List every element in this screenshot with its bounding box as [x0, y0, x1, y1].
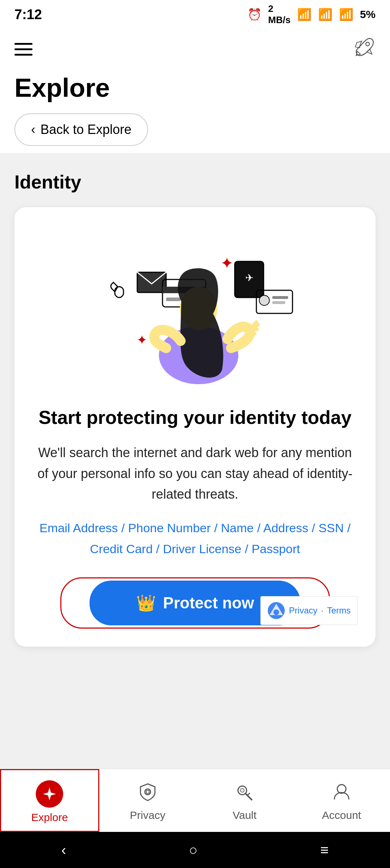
app-header — [0, 29, 390, 69]
svg-point-8 — [259, 295, 269, 305]
privacy-nav-icon — [138, 782, 157, 806]
identity-card: ✈ ✦ ✦ — [14, 207, 376, 647]
svg-point-16 — [273, 609, 279, 615]
recents-system-button[interactable]: ≡ — [320, 842, 329, 858]
hamburger-line-3 — [14, 54, 32, 56]
card-heading: Start protecting your identity today — [32, 406, 358, 429]
svg-rect-9 — [272, 296, 288, 299]
svg-point-0 — [366, 42, 369, 46]
bottom-navigation: Explore Privacy Vault — [0, 769, 390, 832]
account-nav-icon — [332, 782, 351, 806]
explore-nav-icon — [36, 780, 63, 808]
svg-point-20 — [238, 786, 247, 795]
recaptcha-badge: Privacy · Terms — [260, 596, 358, 625]
nav-item-account[interactable]: Account — [293, 769, 390, 832]
signal-icon2: 📶 — [339, 8, 354, 21]
back-chevron-icon: ‹ — [31, 122, 35, 137]
page-title-section: Explore — [0, 69, 390, 110]
recaptcha-privacy-link[interactable]: Privacy — [289, 606, 317, 616]
page-title: Explore — [14, 73, 376, 103]
svg-text:✈: ✈ — [245, 272, 254, 283]
back-to-explore-button[interactable]: ‹ Back to Explore — [14, 113, 148, 146]
nav-item-explore[interactable]: Explore — [0, 769, 99, 832]
home-system-button[interactable]: ○ — [189, 842, 198, 858]
crown-icon: 👑 — [136, 594, 156, 612]
protect-now-label: Protect now — [163, 594, 254, 612]
explore-nav-label: Explore — [31, 811, 68, 824]
status-time: 7:12 — [14, 7, 42, 22]
privacy-nav-label: Privacy — [130, 809, 165, 821]
vault-nav-icon — [235, 782, 254, 806]
hamburger-menu[interactable] — [14, 43, 32, 56]
svg-point-22 — [337, 785, 346, 793]
recaptcha-icon — [267, 602, 285, 620]
identity-illustration: ✈ ✦ ✦ — [32, 229, 358, 388]
vault-nav-label: Vault — [233, 809, 256, 821]
illustration-svg: ✈ ✦ ✦ — [90, 233, 300, 384]
hamburger-line-1 — [14, 43, 32, 45]
data-speed: 2MB/s — [268, 3, 291, 26]
nav-item-vault[interactable]: Vault — [196, 769, 293, 832]
recaptcha-terms-link[interactable]: Terms — [327, 606, 351, 616]
nav-item-privacy[interactable]: Privacy — [99, 769, 196, 832]
card-tags: Email Address / Phone Number / Name / Ad… — [32, 518, 358, 560]
svg-point-18 — [145, 789, 151, 795]
content-area: Identity — [0, 153, 390, 839]
card-description: We'll search the internet and dark web f… — [32, 442, 358, 505]
svg-point-21 — [240, 789, 244, 792]
recaptcha-dash: · — [321, 606, 324, 616]
protect-button-section: 👑 Protect now Privacy · Terms — [32, 577, 358, 629]
back-button-wrap: ‹ Back to Explore — [0, 110, 390, 153]
account-nav-label: Account — [322, 809, 361, 821]
system-navigation-bar: ‹ ○ ≡ — [0, 832, 390, 868]
rocket-icon[interactable] — [354, 36, 376, 62]
battery-level: 5% — [360, 8, 376, 21]
hamburger-line-2 — [14, 48, 32, 50]
back-system-button[interactable]: ‹ — [61, 842, 66, 858]
alarm-icon: ⏰ — [247, 8, 262, 21]
status-icons: ⏰ 2MB/s 📶 📶 📶 5% — [247, 3, 376, 26]
section-title: Identity — [14, 171, 376, 193]
svg-text:✦: ✦ — [136, 333, 147, 347]
wifi-icon: 📶 — [297, 8, 312, 21]
svg-rect-19 — [146, 790, 149, 793]
signal-icon: 📶 — [318, 8, 333, 21]
svg-rect-10 — [272, 301, 285, 304]
back-button-label: Back to Explore — [40, 122, 131, 137]
status-bar: 7:12 ⏰ 2MB/s 📶 📶 📶 5% — [0, 0, 390, 29]
svg-text:✦: ✦ — [220, 254, 234, 272]
svg-rect-4 — [166, 298, 181, 301]
